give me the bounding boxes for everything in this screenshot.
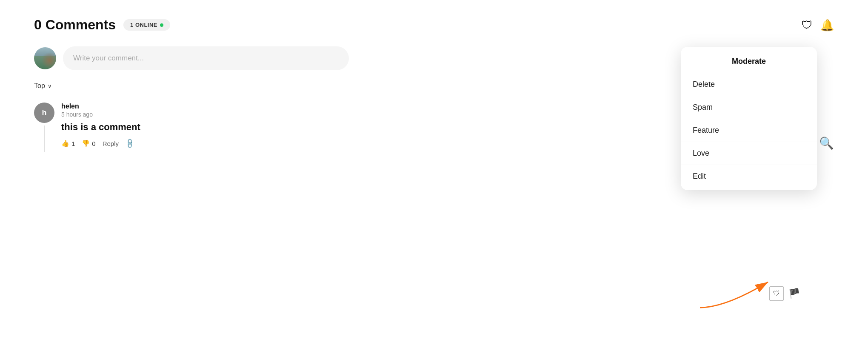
comments-header: 0 Comments 1 ONLINE	[34, 17, 349, 33]
comments-title: 0 Comments	[34, 17, 116, 33]
sort-label: Top	[34, 82, 45, 90]
comment-mod-icons: 🛡 🏴	[769, 286, 800, 301]
comment-author-name: helen	[61, 103, 349, 110]
dislike-count: 0	[92, 140, 95, 147]
sort-row[interactable]: Top ∨	[34, 82, 349, 90]
like-button[interactable]: 👍 1	[61, 140, 75, 147]
online-indicator	[160, 23, 163, 27]
like-count: 1	[71, 140, 75, 147]
moderate-dropdown: Moderate Delete Spam Feature Love Edit	[681, 47, 817, 190]
moderate-love[interactable]: Love	[681, 142, 817, 165]
thread-line	[44, 126, 45, 152]
moderate-delete[interactable]: Delete	[681, 73, 817, 96]
moderate-edit[interactable]: Edit	[681, 165, 817, 188]
shield-icon-top[interactable]: 🛡	[802, 19, 813, 32]
user-avatar	[34, 47, 56, 69]
reply-button[interactable]: Reply	[103, 140, 119, 147]
dislike-button[interactable]: 👎 0	[82, 140, 95, 147]
comment-actions: 👍 1 👎 0 Reply 🔗	[61, 140, 349, 148]
comment-text: this is a comment	[61, 121, 349, 134]
main-container: 0 Comments 1 ONLINE Write your comment..…	[0, 0, 383, 169]
comment-body: helen 5 hours ago this is a comment 👍 1 …	[61, 103, 349, 148]
comment-placeholder: Write your comment...	[73, 54, 144, 62]
search-icon[interactable]: 🔍	[819, 136, 834, 150]
comment-time: 5 hours ago	[61, 111, 349, 118]
sort-chevron-icon: ∨	[48, 83, 52, 89]
comment-item: h helen 5 hours ago this is a comment 👍 …	[34, 98, 349, 152]
moderate-spam[interactable]: Spam	[681, 96, 817, 119]
link-icon[interactable]: 🔗	[124, 137, 136, 149]
bell-icon-top[interactable]: 🔔	[820, 19, 834, 32]
comment-input[interactable]: Write your comment...	[63, 46, 349, 70]
online-badge: 1 ONLINE	[123, 19, 170, 31]
comment-input-row: Write your comment...	[34, 46, 349, 70]
moderate-feature[interactable]: Feature	[681, 119, 817, 142]
avatar-image	[34, 47, 56, 69]
top-right-icons: 🛡 🔔	[802, 19, 834, 32]
flag-icon[interactable]: 🏴	[788, 288, 800, 299]
thumbs-down-icon: 👎	[82, 140, 90, 147]
comment-shield-button[interactable]: 🛡	[769, 286, 784, 301]
online-count-label: 1 ONLINE	[130, 22, 157, 28]
thumbs-up-icon: 👍	[61, 140, 69, 147]
moderate-title: Moderate	[681, 51, 817, 73]
comment-author-avatar: h	[34, 103, 54, 123]
